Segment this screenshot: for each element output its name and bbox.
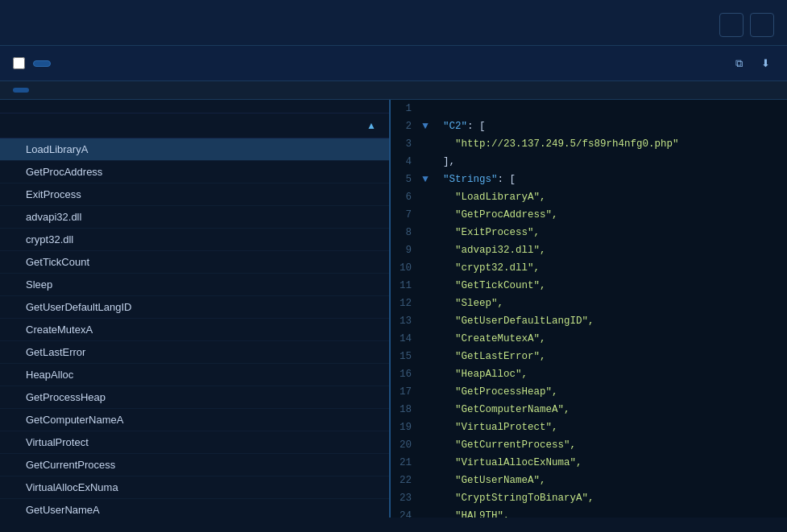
json-line: 11 "GetTickCount", (391, 277, 787, 295)
line-number: 22 (391, 472, 420, 489)
json-line: 8 "ExitProcess", (391, 224, 787, 241)
string-item[interactable]: LoadLibraryA (0, 138, 389, 161)
string-item[interactable]: GetUserNameA (0, 499, 389, 518)
string-item[interactable]: advapi32.dll (0, 206, 389, 229)
json-line: 2▼ "C2": [ (391, 118, 787, 135)
json-line: 7 "GetProcAddress", (391, 206, 787, 224)
strings-collapse-icon: ▲ (367, 120, 376, 131)
line-content: "crypt32.dll", (431, 260, 787, 276)
line-toggle[interactable]: ▼ (420, 171, 431, 188)
line-number: 10 (391, 260, 420, 276)
help-button[interactable] (719, 13, 744, 37)
line-content: "VirtualProtect", (431, 419, 787, 435)
header-actions (719, 13, 774, 37)
strings-section-header[interactable]: ▲ (0, 113, 389, 138)
line-content: "CreateMutexA", (431, 331, 787, 347)
string-item[interactable]: GetTickCount (0, 251, 389, 274)
string-item[interactable]: VirtualAllocExNuma (0, 476, 389, 499)
toolbar-left (13, 57, 51, 69)
line-content: "VirtualAllocExNuma", (431, 455, 787, 471)
json-line: 5▼ "Strings": [ (391, 171, 787, 188)
select-all-checkbox-wrapper[interactable] (13, 57, 25, 69)
json-line: 14 "CreateMutexA", (391, 330, 787, 348)
line-number: 2 (391, 118, 420, 134)
line-content: "LoadLibraryA", (431, 189, 787, 205)
line-number: 13 (391, 313, 420, 329)
line-content: "http://23.137.249.5/fs89rh4nfg0.php" (431, 136, 787, 152)
line-content: "HeapAlloc", (431, 366, 787, 382)
strings-list: LoadLibraryAGetProcAddressExitProcessadv… (0, 138, 389, 518)
string-item[interactable]: GetProcessHeap (0, 386, 389, 409)
string-item[interactable]: HeapAlloc (0, 364, 389, 386)
line-number: 20 (391, 437, 420, 453)
toolbar-right: ⧉ ⬇ (721, 57, 774, 70)
line-number: 3 (391, 136, 420, 152)
line-content: "Strings": [ (431, 171, 787, 188)
json-line: 10 "crypt32.dll", (391, 259, 787, 277)
json-line: 19 "VirtualProtect", (391, 419, 787, 436)
line-content: "GetUserNameA", (431, 472, 787, 489)
line-number: 7 (391, 207, 420, 223)
line-content: "HAL9TH", (431, 508, 787, 518)
line-toggle[interactable]: ▼ (420, 118, 431, 134)
pid-bar (0, 81, 787, 100)
json-lines-container: 12▼ "C2": [3 "http://23.137.249.5/fs89rh… (391, 100, 787, 518)
c2-section-header[interactable] (0, 100, 389, 113)
line-content: "GetTickCount", (431, 278, 787, 294)
json-line: 3 "http://23.137.249.5/fs89rh4nfg0.php" (391, 135, 787, 153)
line-content: "GetComputerNameA", (431, 402, 787, 418)
line-number: 15 (391, 348, 420, 365)
json-line: 1 (391, 100, 787, 118)
copy-icon: ⧉ (735, 57, 743, 70)
string-item[interactable]: ExitProcess (0, 184, 389, 206)
json-line: 12 "Sleep", (391, 295, 787, 312)
string-item[interactable]: Sleep (0, 274, 389, 296)
json-line: 22 "GetUserNameA", (391, 472, 787, 489)
arkei-badge[interactable] (33, 60, 51, 67)
string-item[interactable]: GetComputerNameA (0, 409, 389, 431)
download-icon: ⬇ (761, 57, 770, 69)
string-item[interactable]: CreateMutexA (0, 319, 389, 341)
line-number: 16 (391, 366, 420, 382)
string-item[interactable]: GetProcAddress (0, 161, 389, 184)
line-content: "ExitProcess", (431, 225, 787, 241)
json-line: 17 "GetProcessHeap", (391, 383, 787, 401)
json-line: 18 "GetComputerNameA", (391, 401, 787, 419)
json-panel[interactable]: 12▼ "C2": [3 "http://23.137.249.5/fs89rh… (391, 100, 787, 518)
string-item[interactable]: VirtualProtect (0, 431, 389, 454)
pid-badge (13, 88, 29, 93)
json-line: 21 "VirtualAllocExNuma", (391, 454, 787, 472)
json-line: 4 ], (391, 153, 787, 171)
line-content: "GetProcessHeap", (431, 384, 787, 400)
line-content: "GetUserDefaultLangID", (431, 313, 787, 329)
download-json-button[interactable]: ⬇ (761, 57, 774, 69)
line-number: 18 (391, 402, 420, 418)
line-number: 12 (391, 295, 420, 311)
json-line: 16 "HeapAlloc", (391, 365, 787, 383)
string-item[interactable]: GetCurrentProcess (0, 454, 389, 476)
string-item[interactable]: GetUserDefaultLangID (0, 296, 389, 319)
line-content: "GetProcAddress", (431, 207, 787, 223)
line-number: 11 (391, 278, 420, 294)
line-content: "GetCurrentProcess", (431, 437, 787, 453)
json-line: 24 "HAL9TH", (391, 507, 787, 518)
line-number: 23 (391, 490, 420, 506)
line-number: 8 (391, 225, 420, 241)
json-line: 9 "advapi32.dll", (391, 241, 787, 259)
line-number: 1 (391, 101, 420, 117)
left-panel: ▲ LoadLibraryAGetProcAddressExitProcessa… (0, 100, 391, 518)
line-number: 14 (391, 331, 420, 347)
copy-selected-button[interactable]: ⧉ (735, 57, 747, 70)
header (0, 0, 787, 46)
json-line: 15 "GetLastError", (391, 348, 787, 365)
string-item[interactable]: GetLastError (0, 341, 389, 364)
line-number: 21 (391, 455, 420, 471)
line-content: "advapi32.dll", (431, 242, 787, 258)
close-button[interactable] (750, 13, 774, 37)
string-item[interactable]: crypt32.dll (0, 229, 389, 251)
main-content: ▲ LoadLibraryAGetProcAddressExitProcessa… (0, 100, 787, 518)
toolbar: ⧉ ⬇ (0, 46, 787, 81)
select-all-checkbox[interactable] (13, 57, 25, 69)
line-content: "CryptStringToBinaryA", (431, 490, 787, 506)
line-content: "C2": [ (431, 118, 787, 134)
